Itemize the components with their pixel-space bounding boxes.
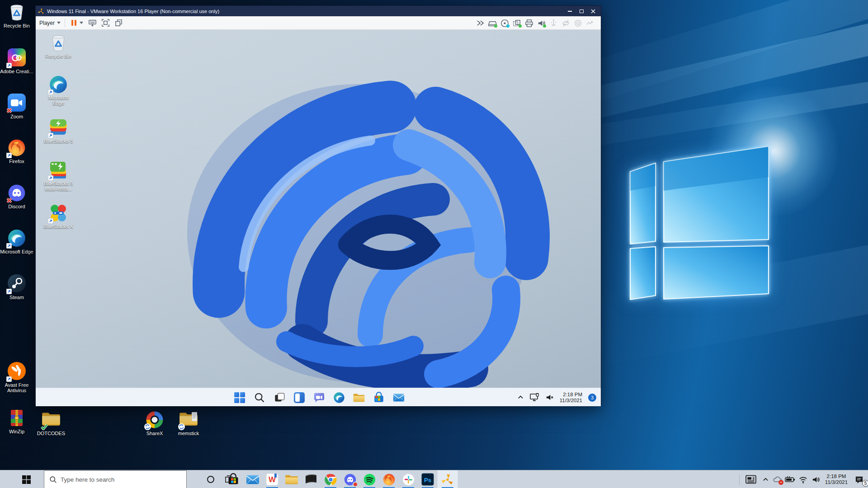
vm-desktop-icon-microsoft-edge[interactable]: Microsoft Edge (43, 75, 73, 106)
shortcut-arrow-badge (48, 133, 53, 138)
action-center-button[interactable]: 5 (851, 470, 867, 488)
cd-drive-icon[interactable] (500, 19, 509, 28)
vm-desktop-icon-label: Microsoft Edge (43, 95, 73, 106)
vm-edge-button[interactable] (332, 390, 346, 405)
minimize-button[interactable] (564, 7, 576, 15)
taskbar-search[interactable] (44, 470, 187, 488)
desktop-icon-label: Recycle Bin (0, 23, 33, 28)
taskbar-app-mail[interactable] (243, 470, 262, 488)
vm-desktop-icon-bluestacks-5-multi-instance[interactable]: BlueStacks 5 Multi-Insta... (43, 161, 73, 192)
desktop-icon-label: Avast Free Antivirus (0, 382, 33, 393)
volume-icon[interactable] (809, 470, 822, 488)
unity-mode-button[interactable] (114, 19, 123, 27)
taskbar-app-firefox[interactable] (379, 470, 398, 488)
vm-file-explorer-button[interactable] (352, 390, 366, 405)
taskbar-app-black-book[interactable] (302, 470, 321, 488)
virtual-network-icon[interactable] (513, 19, 521, 28)
vm-network-display-icon[interactable] (530, 393, 539, 402)
vm-chat-button[interactable] (312, 390, 326, 405)
vm-mail-button[interactable] (392, 390, 406, 405)
taskbar-app-wps-office[interactable]: W (263, 470, 282, 488)
vm-taskbar: 2:18 PM 11/3/2021 3 (36, 388, 601, 406)
vm-search-button[interactable] (252, 390, 267, 405)
taskbar-app-microsoft-store[interactable] (224, 470, 243, 488)
desktop-icon-label: Adobe Creati... (0, 69, 33, 74)
close-button[interactable] (587, 7, 599, 15)
desktop-icon-steam[interactable]: Steam (0, 274, 33, 300)
video-camera-glyph (11, 99, 23, 107)
taskbar-app-vmware-player[interactable] (438, 470, 458, 488)
desktop-icon-label: WinZip (0, 429, 33, 434)
shortcut-arrow-badge (48, 89, 53, 95)
desktop-icon-microsoft-edge[interactable]: Microsoft Edge (0, 229, 33, 254)
send-ctrl-alt-del-button[interactable] (88, 19, 97, 27)
desktop-icon-winzip[interactable]: WinZip (0, 408, 33, 434)
clock[interactable]: 2:18 PM 11/3/2021 (822, 470, 851, 488)
desktop-icon-label: memstick (172, 431, 205, 436)
check-badge (41, 424, 48, 430)
clock-date: 11/3/2021 (822, 479, 851, 485)
desktop-icon-discord[interactable]: Discord (0, 183, 33, 209)
desktop-icon-adobe-creative-cloud[interactable]: Adobe Creati... (0, 48, 33, 74)
wifi-icon[interactable] (797, 470, 809, 488)
battery-icon[interactable] (784, 470, 797, 488)
desktop-icon-firefox[interactable]: Firefox (0, 138, 33, 164)
vm-hidden-icons-chevron[interactable] (517, 394, 524, 401)
error-x-badge (6, 108, 12, 113)
taskbar-app-chrome[interactable] (321, 470, 340, 488)
news-and-interests-button[interactable] (742, 470, 760, 488)
desktop-icon-memstick-folder[interactable]: memstick (172, 410, 205, 436)
creative-cloud-mark (11, 52, 22, 63)
onedrive-icon[interactable] (771, 470, 784, 488)
taskbar-app-photoshop[interactable]: Ps (418, 470, 437, 488)
sound-icon[interactable] (537, 19, 546, 28)
desktop-icon-label: ShareX (138, 431, 171, 436)
taskbar-app-file-explorer[interactable] (282, 470, 301, 488)
search-input[interactable] (61, 476, 174, 483)
svg-text:Ps: Ps (424, 477, 431, 483)
sync-badge (144, 423, 151, 430)
shortcut-arrow-badge (6, 289, 12, 294)
vmware-logo-icon (38, 8, 44, 14)
system-tray: 2:18 PM 11/3/2021 5 (739, 470, 868, 488)
desktop-icon-avast[interactable]: Avast Free Antivirus (0, 361, 33, 393)
maximize-button[interactable] (576, 7, 587, 15)
device-toolbar (476, 16, 594, 30)
desktop-icon-zoom[interactable]: Zoom (0, 93, 33, 119)
vm-desktop-icon-label: BlueStacks 5 (43, 138, 73, 144)
vmware-player-window: Windows 11 Final - VMware Workstation 16… (35, 5, 601, 406)
printer-icon[interactable] (525, 19, 533, 28)
vm-desktop-icon-bluestacks-5[interactable]: BlueStacks 5 (43, 118, 73, 144)
start-button[interactable] (16, 470, 36, 488)
vm-desktop-icon-bluestacks-x[interactable]: BlueStacks X (43, 204, 73, 229)
toolbar-separator (65, 19, 65, 27)
hard-disk-icon[interactable] (488, 19, 497, 28)
expand-toolbar-icon[interactable] (476, 20, 485, 26)
hidden-icons-chevron[interactable] (760, 470, 771, 488)
taskbar-app-discord[interactable] (340, 470, 359, 488)
desktop-icon-dotcodes-folder[interactable]: DOTCODES (34, 410, 68, 436)
vm-widgets-button[interactable] (292, 390, 307, 405)
taskbar-app-spotify[interactable] (360, 470, 379, 488)
player-menu-button[interactable]: Player (39, 20, 61, 26)
vm-desktop-icon-label: Recycle Bin (43, 53, 73, 59)
desktop-icon-label: Discord (0, 204, 33, 209)
taskbar-app-slack[interactable] (399, 470, 418, 488)
vm-volume-muted-icon[interactable] (545, 393, 554, 402)
vm-start-button[interactable] (232, 390, 247, 405)
tray-separator (739, 474, 740, 485)
desktop-icon-recycle-bin[interactable]: Recycle Bin (0, 3, 33, 28)
device-inactive-icon (586, 19, 594, 28)
suspend-button[interactable] (71, 20, 76, 26)
vm-clock[interactable]: 2:18 PM 11/3/2021 (560, 392, 582, 404)
suspend-dropdown-icon[interactable] (80, 22, 83, 24)
vm-task-view-button[interactable] (272, 390, 287, 405)
fullscreen-button[interactable] (101, 19, 110, 27)
vm-desktop-icon-recycle-bin[interactable]: Recycle Bin (43, 33, 73, 59)
sync-badge (178, 423, 185, 430)
vmware-titlebar: Windows 11 Final - VMware Workstation 16… (36, 6, 601, 16)
desktop-icon-sharex[interactable]: ShareX (138, 410, 171, 436)
vm-store-button[interactable] (372, 390, 386, 405)
cortana-button[interactable] (202, 470, 220, 488)
vm-notification-badge[interactable]: 3 (588, 394, 596, 402)
